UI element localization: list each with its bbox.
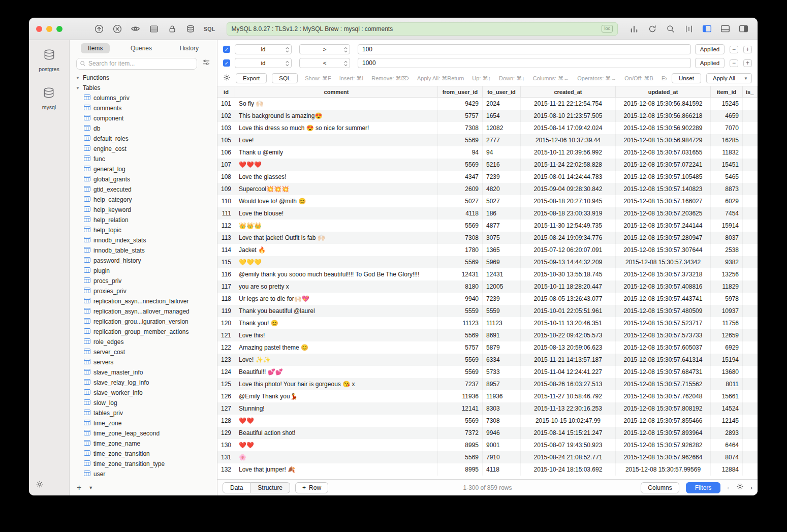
cell-updated_at[interactable]: 2015-12-08 15:30:57.373218 xyxy=(616,268,711,280)
cell-comment[interactable]: Beautiful action shot! xyxy=(235,427,438,439)
sidebar-table-slave_worker_info[interactable]: slave_worker_info xyxy=(70,388,217,398)
table-row[interactable]: 107❤️❤️❤️556952162015-11-24 22:02:58.828… xyxy=(217,159,758,171)
cell-to_user_id[interactable]: 8691 xyxy=(483,329,521,341)
sidebar-table-proxies_priv[interactable]: proxies_priv xyxy=(70,286,217,296)
cell-id[interactable]: 101 xyxy=(217,98,235,110)
cell-id[interactable]: 109 xyxy=(217,183,235,195)
cell-to_user_id[interactable]: 8957 xyxy=(483,378,521,390)
cell-comment[interactable]: Love this dress so much 😍 so nice for su… xyxy=(235,122,438,134)
cell-updated_at[interactable]: 2015-12-08 15:30:57.893964 xyxy=(616,427,711,439)
cell-from_user_id[interactable]: 5569 xyxy=(438,354,483,366)
cell-id[interactable]: 120 xyxy=(217,317,235,329)
cell-to_user_id[interactable]: 11936 xyxy=(483,390,521,402)
cell-created_at[interactable]: 2015-11-04 12:24:41.227 xyxy=(521,366,616,378)
cell-to_user_id[interactable]: 7910 xyxy=(483,451,521,463)
cell-to_user_id[interactable]: 9001 xyxy=(483,439,521,451)
cell-from_user_id[interactable]: 8995 xyxy=(438,463,483,476)
cell-id[interactable]: 114 xyxy=(217,244,235,256)
sidebar-table-servers[interactable]: servers xyxy=(70,357,217,367)
cell-to_user_id[interactable]: 5969 xyxy=(483,256,521,268)
sidebar-table-time_zone_name[interactable]: time_zone_name xyxy=(70,439,217,449)
cell-from_user_id[interactable]: 12141 xyxy=(438,402,483,415)
toggle-left-sidebar-icon[interactable] xyxy=(702,24,712,34)
cell-to_user_id[interactable]: 5879 xyxy=(483,341,521,354)
cell-item_id[interactable]: 2893 xyxy=(711,427,743,439)
cell-is_[interactable] xyxy=(743,134,758,146)
cell-to_user_id[interactable]: 4118 xyxy=(483,463,521,476)
connection-mysql[interactable]: mysql xyxy=(42,86,56,110)
cell-to_user_id[interactable]: 7239 xyxy=(483,293,521,305)
table-row[interactable]: 126@Emily Thank you💃11936119362015-11-27… xyxy=(217,390,758,402)
cell-from_user_id[interactable]: 5559 xyxy=(438,305,483,317)
cell-created_at[interactable]: 2015-09-04 09:28:30.842 xyxy=(521,183,616,195)
cell-comment[interactable]: Thank you beautiful @laurel xyxy=(235,305,438,317)
cell-is_[interactable] xyxy=(743,463,758,476)
column-header-from_user_id[interactable]: from_user_id xyxy=(438,86,483,97)
cell-comment[interactable]: 👑👑👑 xyxy=(235,220,438,232)
sidebar-table-plugin[interactable]: plugin xyxy=(70,266,217,276)
cell-item_id[interactable]: 6029 xyxy=(711,195,743,207)
cell-item_id[interactable]: 15451 xyxy=(711,159,743,171)
cell-is_[interactable] xyxy=(743,171,758,183)
cell-to_user_id[interactable]: 5733 xyxy=(483,366,521,378)
sidebar-table-engine_cost[interactable]: engine_cost xyxy=(70,144,217,154)
cell-item_id[interactable]: 6929 xyxy=(711,341,743,354)
sidebar-table-server_cost[interactable]: server_cost xyxy=(70,347,217,357)
cell-updated_at[interactable]: 2015-12-08 15:30:57.641314 xyxy=(616,354,711,366)
cell-updated_at[interactable]: 2015-12-08 15:30:57.072241 xyxy=(616,159,711,171)
sidebar-table-replication_group_member_actions[interactable]: replication_group_member_actions xyxy=(70,327,217,337)
filter-enabled-checkbox[interactable]: ✓ xyxy=(223,46,230,53)
cell-id[interactable]: 106 xyxy=(217,146,235,159)
cell-updated_at[interactable]: 2015-12-08 15:30:57.808192 xyxy=(616,402,711,415)
sidebar-table-slave_relay_log_info[interactable]: slave_relay_log_info xyxy=(70,378,217,388)
connections-settings-gear-icon[interactable] xyxy=(36,480,44,490)
cell-item_id[interactable]: 15245 xyxy=(711,98,743,110)
table-row[interactable]: 131🌸556979102015-08-24 21:08:52.7712015-… xyxy=(217,451,758,463)
cell-item_id[interactable]: 7454 xyxy=(711,207,743,220)
cell-to_user_id[interactable]: 2024 xyxy=(483,98,521,110)
table-row[interactable]: 111Love the blouse!41181862015-08-18 23:… xyxy=(217,207,758,220)
sidebar-table-password_history[interactable]: password_history xyxy=(70,256,217,266)
cell-updated_at[interactable]: 2015-12-08 15:30:57.244144 xyxy=(616,220,711,232)
cell-item_id[interactable]: 2538 xyxy=(711,244,743,256)
cell-id[interactable]: 128 xyxy=(217,415,235,427)
cell-comment[interactable]: Thank you! 😊 xyxy=(235,317,438,329)
cell-comment[interactable]: 💛💛💛 xyxy=(235,256,438,268)
cell-updated_at[interactable]: 2015-12-08 15:30:57.684731 xyxy=(616,366,711,378)
cell-to_user_id[interactable]: 1365 xyxy=(483,244,521,256)
cell-is_[interactable] xyxy=(743,159,758,171)
sidebar-table-slave_master_info[interactable]: slave_master_info xyxy=(70,367,217,378)
cell-updated_at[interactable]: 2015-12-08 15:30:57.99569 xyxy=(616,463,711,476)
cell-created_at[interactable]: 2015-08-01 14:24:44.783 xyxy=(521,171,616,183)
tab-history[interactable]: History xyxy=(173,43,206,53)
cell-item_id[interactable]: 9382 xyxy=(711,256,743,268)
sidebar-table-comments[interactable]: comments xyxy=(70,103,217,113)
cell-from_user_id[interactable]: 5569 xyxy=(438,159,483,171)
sidebar-table-default_roles[interactable]: default_roles xyxy=(70,134,217,144)
sidebar-table-slow_log[interactable]: slow_log xyxy=(70,398,217,408)
cell-to_user_id[interactable]: 5027 xyxy=(483,195,521,207)
cell-from_user_id[interactable]: 5027 xyxy=(438,195,483,207)
next-page-chevron-icon[interactable]: › xyxy=(750,484,752,491)
add-filter-button[interactable]: + xyxy=(743,59,752,67)
cell-item_id[interactable]: 6464 xyxy=(711,439,743,451)
cell-is_[interactable] xyxy=(743,256,758,268)
cell-updated_at[interactable]: 2015-12-08 15:30:56.841592 xyxy=(616,98,711,110)
filter-tune-icon[interactable] xyxy=(202,58,210,69)
item-search-input[interactable] xyxy=(88,60,194,67)
cell-item_id[interactable]: 5465 xyxy=(711,171,743,183)
cell-created_at[interactable]: 2015-10-22 09:42:05.573 xyxy=(521,329,616,341)
sidebar-table-help_relation[interactable]: help_relation xyxy=(70,215,217,225)
cell-is_[interactable] xyxy=(743,195,758,207)
cell-comment[interactable]: Would love to! @mith 😊 xyxy=(235,195,438,207)
cell-to_user_id[interactable]: 12082 xyxy=(483,122,521,134)
add-item-chevron-down-icon[interactable]: ▼ xyxy=(88,485,93,490)
cell-comment[interactable]: Love this! xyxy=(235,329,438,341)
sidebar-table-help_topic[interactable]: help_topic xyxy=(70,225,217,235)
add-filter-button[interactable]: + xyxy=(743,46,752,53)
cell-id[interactable]: 105 xyxy=(217,134,235,146)
cell-comment[interactable]: Jacket 🔥 xyxy=(235,244,438,256)
cell-from_user_id[interactable]: 7237 xyxy=(438,378,483,390)
cell-is_[interactable] xyxy=(743,402,758,415)
database-icon[interactable] xyxy=(185,24,195,34)
